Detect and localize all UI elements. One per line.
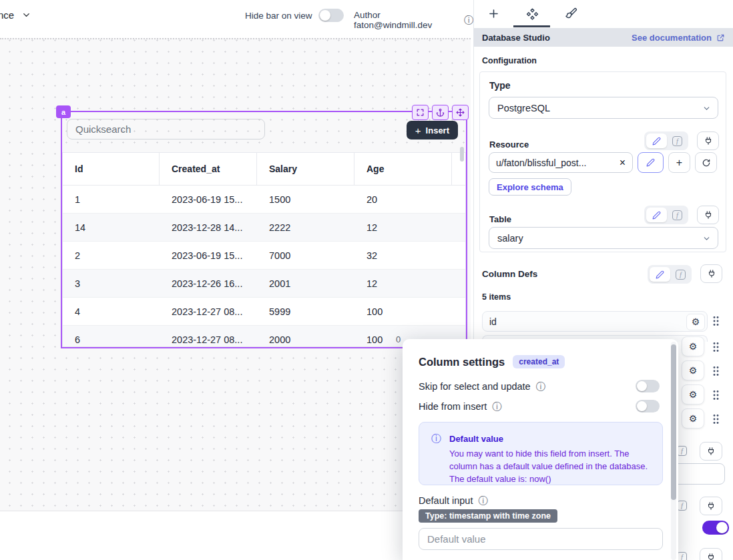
eval-mode-button[interactable]: f (668, 208, 686, 222)
eval-mode-button[interactable]: f (668, 133, 686, 148)
column-header[interactable]: Salary (257, 153, 354, 185)
table-row[interactable]: 22023-06-19 15...700032 (63, 242, 465, 270)
table-row[interactable]: 12023-06-19 15...150020 (63, 186, 465, 214)
panel-toggle-on[interactable] (702, 521, 729, 535)
table-cell: 100 (354, 306, 452, 317)
tab-insert-component[interactable] (482, 4, 505, 23)
default-value-input[interactable] (419, 528, 663, 550)
connect-button[interactable] (700, 442, 722, 461)
drag-handle[interactable] (713, 316, 719, 326)
drag-handle[interactable] (713, 414, 719, 425)
table-cell: 12 (354, 278, 452, 289)
function-icon: f (672, 210, 682, 220)
column-settings-button[interactable]: ⚙ (682, 384, 704, 404)
refresh-resource-button[interactable] (695, 152, 717, 173)
see-documentation-link[interactable]: See documentation (632, 33, 725, 43)
plus-icon (487, 7, 500, 20)
hide-from-insert-row: Hide from insert ⓘ (419, 400, 660, 412)
skip-select-update-row: Skip for select and update ⓘ (419, 380, 660, 392)
edit-resource-button[interactable] (638, 152, 664, 173)
column-header[interactable]: Created_at (160, 153, 257, 185)
hide-bar-label: Hide bar on view (245, 11, 312, 21)
column-settings-modal: Column settings created_at Skip for sele… (403, 339, 678, 560)
info-icon[interactable]: ⓘ (492, 402, 501, 411)
table-select[interactable]: salary (489, 227, 718, 249)
info-icon[interactable]: ⓘ (464, 15, 473, 25)
gear-icon: ⚙ (689, 366, 698, 375)
table-row[interactable]: 32023-12-26 16...200112 (63, 270, 465, 298)
table-footer-count: 0 (396, 334, 401, 344)
hide-bar-group: Hide bar on view (245, 9, 344, 22)
anchor-button[interactable] (432, 105, 449, 120)
skip-select-update-label: Skip for select and update (419, 381, 531, 392)
table-cell: 4 (63, 306, 160, 317)
table-mode-segmented: f (644, 206, 688, 224)
drag-handle[interactable] (713, 342, 719, 352)
column-settings-button[interactable]: ⚙ (682, 336, 704, 356)
add-resource-button[interactable]: + (668, 152, 690, 173)
function-icon[interactable]: f (677, 552, 687, 560)
hide-from-insert-toggle[interactable] (636, 400, 660, 412)
chevron-down-icon (21, 10, 31, 20)
plus-icon: + (415, 125, 421, 136)
info-icon[interactable]: ⓘ (478, 496, 487, 505)
active-tab-underline (513, 25, 550, 27)
app-root: nce Hide bar on view Author faton@windmi… (0, 0, 733, 560)
table-label: Table (489, 214, 511, 224)
eval-mode-button[interactable]: f (672, 267, 690, 282)
static-mode-button[interactable] (646, 133, 667, 148)
plug-icon (706, 447, 716, 456)
function-icon: f (672, 136, 682, 146)
column-settings-button[interactable]: ⚙ (682, 408, 704, 429)
column-name-badge: created_at (513, 355, 565, 368)
data-table: IdCreated_atSalaryAge 12023-06-19 15...1… (62, 152, 466, 347)
static-mode-button[interactable] (646, 208, 667, 222)
table-row[interactable]: 42023-12-27 08...5999100 (63, 298, 465, 326)
hide-bar-toggle[interactable] (318, 9, 344, 22)
expand-button[interactable] (412, 105, 429, 120)
app-name-dropdown[interactable]: nce (0, 9, 31, 21)
column-def-item[interactable]: id ⚙ (482, 311, 708, 332)
explore-schema-button[interactable]: Explore schema (489, 178, 571, 196)
table-scrollbar[interactable] (460, 147, 464, 162)
table-select-value: salary (497, 233, 523, 244)
expand-icon (416, 108, 425, 117)
function-icon[interactable]: f (677, 501, 687, 511)
tab-styling[interactable] (559, 4, 582, 23)
gear-icon: ⚙ (689, 414, 698, 423)
move-button[interactable] (452, 105, 469, 120)
insert-button[interactable]: + Insert (407, 121, 458, 139)
hide-from-insert-label: Hide from insert (419, 401, 487, 412)
table-cell: 2023-12-27 08... (160, 334, 257, 345)
connect-button[interactable] (700, 497, 722, 515)
table-row[interactable]: 142023-12-28 14...222212 (63, 214, 465, 242)
panel-input-partial[interactable] (671, 463, 725, 485)
db-studio-component[interactable]: a + Insert IdCreated_atSalaryAge 12023-0… (61, 111, 467, 348)
connect-button[interactable] (700, 548, 722, 560)
component-id-badge: a (56, 105, 71, 118)
drag-handle[interactable] (713, 366, 719, 376)
tab-component-settings[interactable] (521, 4, 543, 23)
modal-scrollbar-thumb[interactable] (671, 344, 676, 500)
column-header[interactable]: Age (354, 153, 452, 185)
quicksearch-input[interactable] (67, 119, 265, 139)
coldefs-connect-button[interactable] (700, 264, 722, 283)
resource-connect-button[interactable] (697, 131, 719, 150)
skip-select-update-toggle[interactable] (636, 380, 660, 392)
table-connect-button[interactable] (697, 206, 719, 224)
column-header[interactable]: Id (63, 153, 160, 185)
clear-icon[interactable]: × (620, 158, 626, 168)
type-select[interactable]: PostgreSQL (489, 97, 718, 119)
plug-icon (706, 501, 716, 511)
function-icon[interactable]: f (677, 446, 687, 456)
resource-row: u/faton/blissful_post... × + (489, 152, 717, 173)
info-icon[interactable]: ⓘ (536, 382, 545, 391)
static-mode-button[interactable] (650, 267, 670, 282)
external-link-icon (716, 33, 725, 42)
column-settings-button[interactable]: ⚙ (686, 314, 705, 330)
canvas[interactable]: a + Insert IdCreated_atSalaryAge 12023-0… (0, 38, 471, 511)
resource-input[interactable]: u/faton/blissful_post... × (489, 152, 633, 173)
drag-handle[interactable] (713, 390, 719, 400)
component-type-bar: Database Studio See documentation (474, 28, 733, 47)
column-settings-button[interactable]: ⚙ (682, 360, 704, 380)
